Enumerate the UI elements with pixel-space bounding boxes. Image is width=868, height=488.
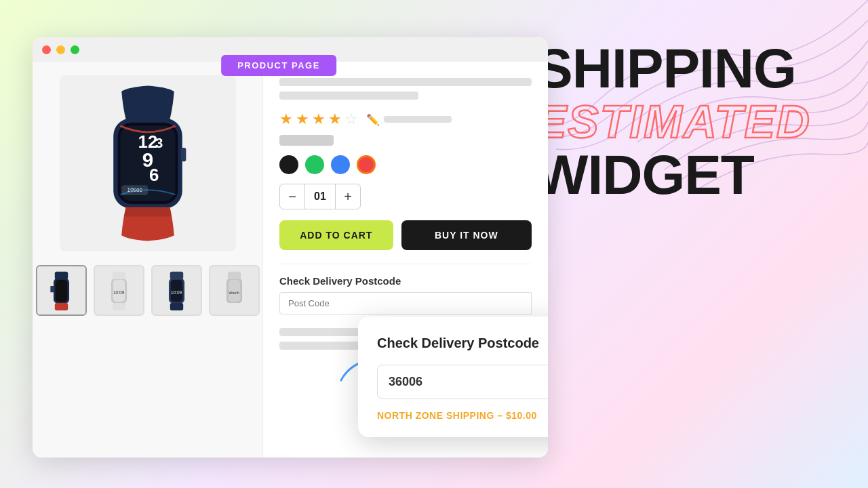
star-4: ★ (328, 110, 342, 128)
thumbnail-4[interactable]: Watch (209, 265, 260, 316)
shipping-title: SHIPPING (536, 41, 827, 96)
svg-rect-29 (227, 303, 240, 310)
browser-window: PRODUCT PAGE 12 9 (33, 37, 548, 458)
color-swatches (279, 155, 532, 174)
buy-now-button[interactable]: BUY IT NOW (401, 220, 532, 250)
window-close-dot[interactable] (42, 45, 51, 54)
review-link[interactable]: ✏️ (366, 113, 452, 126)
star-2: ★ (296, 110, 309, 128)
svg-text:10:09: 10:09 (170, 290, 182, 295)
svg-rect-24 (170, 303, 182, 310)
cart-buttons: ADD TO CART BUY IT NOW (279, 220, 532, 250)
window-maximize-dot[interactable] (71, 45, 79, 54)
estimated-title: ESTIMATED (536, 96, 827, 147)
star-rating: ★ ★ ★ ★ ☆ (279, 110, 358, 128)
star-5: ☆ (344, 110, 358, 128)
color-swatch-black[interactable] (279, 155, 298, 174)
svg-text:6: 6 (149, 165, 159, 184)
svg-rect-28 (227, 271, 240, 279)
stars-row: ★ ★ ★ ★ ☆ ✏️ (279, 110, 532, 128)
thumbnail-row: 10:09 10:09 (33, 265, 267, 316)
svg-rect-19 (112, 303, 125, 310)
svg-rect-10 (180, 148, 185, 161)
product-page-badge: PRODUCT PAGE (221, 55, 336, 76)
thumbnail-3[interactable]: 10:09 (151, 265, 202, 316)
edit-icon: ✏️ (366, 113, 380, 126)
price-skeleton (279, 135, 334, 146)
main-product-image: 12 9 6 3 10:09 10sec (60, 75, 236, 251)
svg-rect-18 (112, 271, 125, 279)
star-3: ★ (312, 110, 326, 128)
quantity-value: 01 (304, 184, 336, 209)
check-delivery-label: Check Delivery Postcode (279, 275, 532, 287)
review-bar (384, 116, 452, 123)
svg-text:3: 3 (155, 136, 163, 150)
color-swatch-blue[interactable] (331, 155, 350, 174)
svg-text:Watch: Watch (229, 291, 239, 295)
shipping-popup: Check Delivery Postcode APPLY NORTH ZONE… (358, 317, 548, 437)
add-to-cart-button[interactable]: ADD TO CART (279, 220, 393, 250)
thumbnail-2[interactable]: 10:09 (94, 265, 144, 316)
title-skeleton-2 (279, 92, 418, 100)
browser-content: PRODUCT PAGE 12 9 (33, 62, 548, 458)
product-watch-svg: 12 9 6 3 10:09 10sec (73, 82, 222, 245)
product-image-panel: 12 9 6 3 10:09 10sec (33, 62, 263, 458)
quantity-decrease-button[interactable]: − (280, 184, 304, 209)
widget-title: WIDGET (536, 147, 827, 203)
svg-rect-13 (54, 271, 67, 279)
popup-title: Check Delivery Postcode (377, 336, 548, 351)
popup-postcode-input[interactable] (377, 365, 548, 399)
svg-rect-14 (54, 303, 67, 310)
postcode-input[interactable] (279, 292, 532, 314)
thumbnail-1[interactable] (36, 265, 87, 316)
svg-rect-12 (55, 279, 67, 301)
color-swatch-red[interactable] (357, 155, 376, 174)
color-swatch-green[interactable] (305, 155, 324, 174)
popup-input-row: APPLY (377, 365, 548, 399)
svg-text:10:09: 10:09 (113, 290, 124, 295)
title-skeleton-1 (279, 78, 532, 86)
shipping-result: NORTH ZONE SHIPPING – $10.00 (377, 410, 548, 421)
quantity-row: − 01 + (279, 184, 361, 209)
promo-text-area: SHIPPING ESTIMATED WIDGET (536, 41, 827, 203)
quantity-increase-button[interactable]: + (336, 184, 360, 209)
window-minimize-dot[interactable] (56, 45, 65, 54)
shipping-section: Check Delivery Postcode (279, 264, 532, 314)
postcode-input-row (279, 292, 532, 314)
star-1: ★ (279, 110, 293, 128)
svg-rect-23 (170, 271, 182, 279)
